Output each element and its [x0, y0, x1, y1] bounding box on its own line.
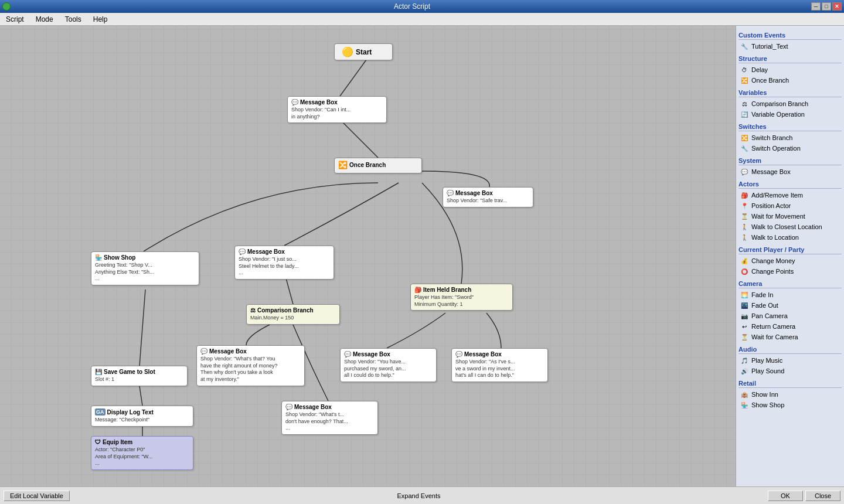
return-camera-label: Return Camera [751, 323, 795, 330]
node-displaylog[interactable]: GA Display Log Text Message: "Checkpoint… [91, 406, 193, 427]
add-remove-item-icon: 🎒 [740, 190, 749, 200]
msgbox-safe-content: Shop Vendor: "Safe trav... [447, 197, 529, 205]
msgbox-justso-content: Shop Vendor: "I just so... Steel Helmet … [239, 256, 330, 277]
add-remove-item-label: Add/Remove Item [751, 192, 803, 199]
show-inn-label: Show Inn [751, 391, 778, 398]
script-canvas[interactable]: 🟡 Start 💬 Message Box Shop Vendor: "Can … [0, 26, 736, 486]
node-itemheld[interactable]: 🎒 Item Held Branch Player Has Item: "Swo… [410, 284, 513, 311]
panel-item-variable-operation[interactable]: 🔄 Variable Operation [738, 109, 842, 120]
node-msgbox-youpurch[interactable]: 💬 Message Box Shop Vendor: "You have... … [340, 348, 437, 382]
node-equipitem[interactable]: 🛡 Equip Item Actor: "Character P0" Area … [91, 436, 193, 470]
section-audio: Audio [738, 346, 842, 354]
statusbar: Edit Local Variable Expand Events OK Clo… [0, 486, 844, 504]
close-button[interactable]: ✕ [832, 2, 842, 11]
panel-item-show-shop[interactable]: 🏪 Show Shop [738, 400, 842, 410]
panel-item-switch-branch[interactable]: 🔀 Switch Branch [738, 132, 842, 143]
node-msgbox-notenough[interactable]: 💬 Message Box Shop Vendor: "What's t... … [281, 401, 378, 435]
play-sound-icon: 🔊 [740, 366, 749, 376]
edit-local-variable-button[interactable]: Edit Local Variable [4, 491, 70, 501]
panel-item-pan-camera[interactable]: 📷 Pan Camera [738, 311, 842, 321]
node-msgbox-safe[interactable]: 💬 Message Box Shop Vendor: "Safe trav... [443, 187, 533, 207]
fade-in-icon: 🌅 [740, 290, 749, 299]
panel-item-message-box[interactable]: 💬 Message Box [738, 166, 842, 177]
node-start[interactable]: 🟡 Start [334, 43, 393, 60]
node-msgbox-whats[interactable]: 💬 Message Box Shop Vendor: "What's that?… [196, 345, 305, 386]
close-dialog-button[interactable]: Close [805, 491, 840, 501]
panel-item-play-sound[interactable]: 🔊 Play Sound [738, 366, 842, 376]
msgbox-whats-content: Shop Vendor: "What's that? You have the … [200, 356, 301, 383]
msgbox-sword-title: 💬 Message Box [455, 351, 544, 357]
node-oncebranch[interactable]: 🔀 Once Branch [334, 158, 422, 173]
itemheld-content: Player Has Item: "Sword" Minimum Quantit… [414, 294, 509, 308]
panel-item-delay[interactable]: ⏱ Delay [738, 64, 842, 75]
fade-out-icon: 🌃 [740, 301, 749, 310]
menu-tools[interactable]: Tools [62, 14, 85, 25]
msgbox1-title: 💬 Message Box [291, 99, 383, 105]
play-sound-label: Play Sound [751, 367, 784, 374]
panel-item-comparison-branch[interactable]: ⚖ Comparison Branch [738, 98, 842, 109]
panel-item-switch-operation[interactable]: 🔧 Switch Operation [738, 143, 842, 154]
msgbox-notenough-content: Shop Vendor: "What's t... don't have eno… [285, 411, 374, 432]
app-icon [2, 2, 11, 11]
menu-mode[interactable]: Mode [32, 14, 57, 25]
savegame-title: 💾 Save Game to Slot [95, 369, 183, 375]
section-structure: Structure [738, 55, 842, 63]
position-actor-label: Position Actor [751, 202, 791, 209]
panel-item-fade-out[interactable]: 🌃 Fade Out [738, 300, 842, 311]
node-showshop[interactable]: 🏪 Show Shop Greeting Text: "Shop V... An… [91, 251, 199, 285]
maximize-button[interactable]: □ [822, 2, 831, 11]
change-points-icon: ⭕ [740, 267, 749, 276]
msgbox-youpurch-title: 💬 Message Box [344, 351, 433, 357]
node-msgbox1[interactable]: 💬 Message Box Shop Vendor: "Can I int...… [287, 96, 387, 123]
displaylog-content: Message: "Checkpoint" [95, 417, 189, 424]
panel-item-position-actor[interactable]: 📍 Position Actor [738, 200, 842, 211]
compbranch-title: ⚖ Comparison Branch [250, 307, 336, 314]
panel-item-walk-closest[interactable]: 🚶 Walk to Closest Location [738, 222, 842, 232]
panel-item-return-camera[interactable]: ↩ Return Camera [738, 321, 842, 332]
play-music-icon: 🎵 [740, 356, 749, 365]
minimize-button[interactable]: ─ [811, 2, 821, 11]
panel-item-wait-movement[interactable]: ⏳ Wait for Movement [738, 211, 842, 222]
panel-item-play-music[interactable]: 🎵 Play Music [738, 355, 842, 366]
change-money-label: Change Money [751, 257, 795, 264]
once-branch-label: Once Branch [751, 77, 789, 84]
menu-script[interactable]: Script [2, 14, 28, 25]
statusbar-left: Edit Local Variable [4, 491, 70, 501]
ok-button[interactable]: OK [768, 491, 803, 501]
titlebar: Actor Script ─ □ ✕ [0, 0, 844, 13]
panel-item-wait-camera[interactable]: ⏳ Wait for Camera [738, 332, 842, 342]
panel-item-add-remove-item[interactable]: 🎒 Add/Remove Item [738, 190, 842, 200]
statusbar-right: OK Close [768, 491, 840, 501]
node-savegame[interactable]: 💾 Save Game to Slot Slot #: 1 [91, 366, 188, 386]
node-msgbox-sword[interactable]: 💬 Message Box Shop Vendor: "As I've s...… [451, 348, 548, 382]
panel-item-tutorial-text[interactable]: 🔧 Tutorial_Text [738, 41, 842, 52]
msgbox-safe-icon: 💬 [447, 190, 454, 196]
itemheld-title: 🎒 Item Held Branch [414, 287, 509, 293]
panel-item-fade-in[interactable]: 🌅 Fade In [738, 290, 842, 300]
msgbox1-content: Shop Vendor: "Can I int... in anything? [291, 107, 383, 120]
panel-item-change-points[interactable]: ⭕ Change Points [738, 266, 842, 277]
oncebranch-icon: 🔀 [338, 161, 348, 169]
panel-item-once-branch[interactable]: 🔀 Once Branch [738, 75, 842, 86]
pan-camera-icon: 📷 [740, 311, 749, 321]
node-compbranch[interactable]: ⚖ Comparison Branch Main.Money = 150 [246, 304, 340, 325]
message-box-icon: 💬 [740, 167, 749, 176]
displaylog-title: GA Display Log Text [95, 408, 189, 416]
play-music-label: Play Music [751, 357, 782, 364]
menu-help[interactable]: Help [90, 14, 111, 25]
displaylog-icon: GA [95, 408, 106, 416]
once-branch-icon: 🔀 [740, 76, 749, 85]
tutorial-text-label: Tutorial_Text [751, 43, 788, 50]
panel-item-change-money[interactable]: 💰 Change Money [738, 256, 842, 266]
node-msgbox-justso[interactable]: 💬 Message Box Shop Vendor: "I just so...… [234, 246, 334, 280]
msgbox-justso-icon: 💬 [239, 248, 246, 255]
panel-item-show-inn[interactable]: 🏨 Show Inn [738, 389, 842, 400]
message-box-label: Message Box [751, 168, 791, 175]
msgbox-justso-title: 💬 Message Box [239, 248, 330, 255]
showshop-icon: 🏪 [95, 254, 102, 261]
start-icon: 🟡 [342, 46, 353, 57]
expand-events-label: Expand Events [397, 492, 440, 499]
window-title: Actor Script [13, 2, 811, 11]
panel-item-walk-location[interactable]: 🚶 Walk to Location [738, 232, 842, 243]
delay-icon: ⏱ [740, 65, 749, 74]
